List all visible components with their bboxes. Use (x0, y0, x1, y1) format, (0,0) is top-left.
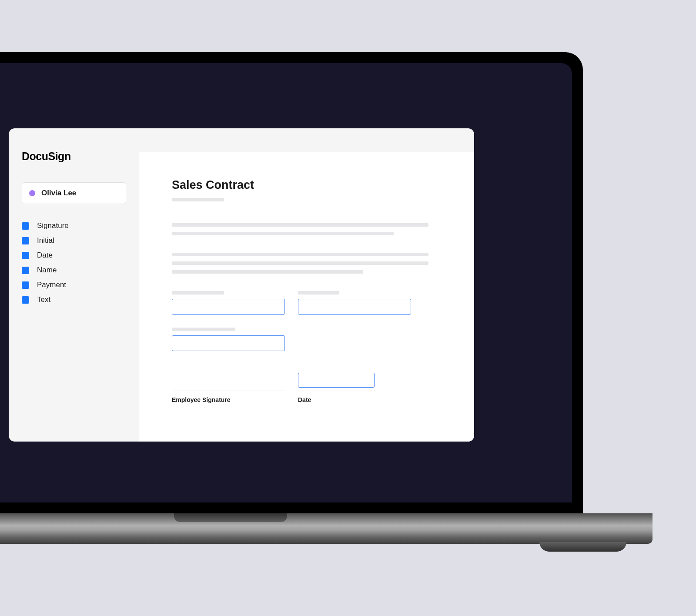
placeholder-label (172, 291, 224, 295)
placeholder-text (172, 253, 428, 256)
form-field-row (172, 291, 442, 315)
field-signature[interactable]: Signature (22, 221, 126, 230)
payment-field-icon (22, 281, 29, 289)
placeholder-label (298, 291, 339, 295)
text-input-field[interactable] (298, 299, 411, 315)
date-label: Date (298, 396, 375, 403)
text-input-field[interactable] (172, 299, 285, 315)
field-name[interactable]: Name (22, 266, 126, 275)
laptop-frame: DocuSign Olivia Lee Signature Initial (0, 52, 583, 513)
field-label: Date (37, 251, 53, 260)
field-label: Payment (37, 281, 66, 289)
document-title: Sales Contract (172, 178, 442, 192)
field-initial[interactable]: Initial (22, 236, 126, 245)
field-label: Name (37, 266, 57, 275)
document-canvas[interactable]: Sales Contract (139, 152, 474, 442)
placeholder-text (172, 270, 363, 274)
form-field-row (172, 328, 442, 351)
date-line (298, 373, 375, 391)
date-input-field[interactable] (298, 373, 375, 388)
text-field-icon (22, 296, 29, 304)
recipient-color-icon (29, 190, 35, 196)
placeholder-text (172, 223, 428, 227)
name-field-icon (22, 267, 29, 274)
recipient-name: Olivia Lee (41, 189, 76, 198)
text-input-field[interactable] (172, 335, 285, 351)
date-field-icon (22, 252, 29, 259)
form-field-group (172, 291, 285, 315)
field-label: Signature (37, 221, 69, 230)
signature-line[interactable] (172, 373, 285, 391)
placeholder-text (172, 198, 224, 201)
signature-group: Employee Signature (172, 373, 285, 403)
field-text[interactable]: Text (22, 295, 126, 304)
placeholder-text (172, 232, 394, 235)
signature-row: Employee Signature Date (172, 373, 442, 403)
placeholder-label (172, 328, 235, 331)
field-date[interactable]: Date (22, 251, 126, 260)
signature-label: Employee Signature (172, 396, 285, 403)
laptop-notch (174, 513, 287, 522)
date-group: Date (298, 373, 375, 403)
initial-field-icon (22, 237, 29, 244)
placeholder-text (172, 261, 428, 265)
sidebar: DocuSign Olivia Lee Signature Initial (9, 128, 139, 442)
field-palette: Signature Initial Date Name (22, 221, 126, 304)
form-field-group (298, 291, 411, 315)
app-window: DocuSign Olivia Lee Signature Initial (9, 128, 474, 442)
field-label: Text (37, 295, 50, 304)
brand-logo: DocuSign (22, 150, 126, 163)
laptop-screen: DocuSign Olivia Lee Signature Initial (0, 63, 572, 502)
signature-field-icon (22, 222, 29, 230)
recipient-selector[interactable]: Olivia Lee (22, 182, 126, 204)
form-field-group (172, 328, 285, 351)
laptop-base (0, 513, 652, 544)
field-payment[interactable]: Payment (22, 281, 126, 289)
field-label: Initial (37, 236, 54, 245)
